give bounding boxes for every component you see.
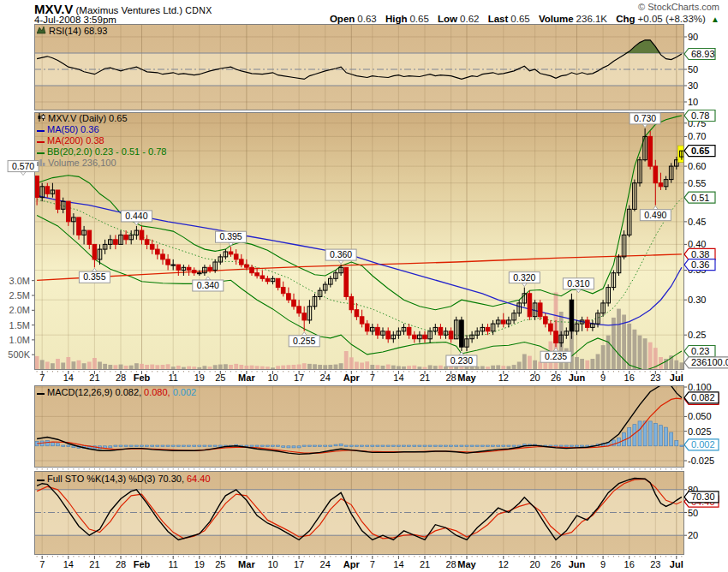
svg-text:10: 10 [688, 97, 698, 107]
svg-text:12: 12 [498, 559, 509, 569]
svg-text:1.5M: 1.5M [9, 320, 30, 331]
svg-text:24: 24 [320, 559, 331, 569]
svg-text:11: 11 [168, 559, 177, 569]
svg-text:12: 12 [498, 372, 509, 383]
svg-text:19: 19 [194, 372, 205, 383]
svg-text:14: 14 [393, 372, 403, 383]
svg-text:0.45: 0.45 [688, 217, 706, 227]
price-legend: MXV.V (Daily) 0.65 MA(50) 0.36 MA(200) 0… [37, 113, 166, 169]
svg-text:10: 10 [267, 372, 277, 383]
svg-text:0.310: 0.310 [567, 278, 589, 289]
svg-text:9: 9 [600, 372, 606, 383]
svg-text:0.55: 0.55 [688, 178, 706, 188]
svg-text:7: 7 [370, 372, 375, 383]
ma200-legend-label: MA(200) 0.38 [47, 135, 104, 146]
macd-line-sample-icon [37, 387, 45, 398]
chart-canvas: 7142128Feb111925Mar101724Apr7142128May12… [0, 0, 728, 572]
macd-legend-label: MACD(12,26,9) 0.082, [47, 387, 141, 398]
volume-bars-icon [37, 158, 45, 169]
svg-text:68.93: 68.93 [691, 49, 715, 59]
svg-text:0.255: 0.255 [293, 336, 315, 346]
svg-text:0.25: 0.25 [688, 330, 706, 340]
svg-text:0.355: 0.355 [83, 271, 105, 282]
svg-text:Apr: Apr [343, 559, 361, 569]
svg-text:Feb: Feb [134, 372, 151, 383]
svg-text:0.320: 0.320 [513, 272, 535, 283]
svg-text:0.36: 0.36 [691, 259, 709, 270]
svg-text:19: 19 [194, 559, 205, 569]
svg-text:26: 26 [551, 559, 561, 569]
svg-text:0.490: 0.490 [644, 210, 666, 220]
svg-text:28: 28 [445, 372, 456, 383]
svg-text:0.78: 0.78 [691, 110, 709, 121]
svg-text:21: 21 [420, 372, 430, 383]
svg-text:Mar: Mar [238, 559, 255, 569]
svg-text:0.51: 0.51 [691, 193, 709, 203]
svg-text:2.5M: 2.5M [9, 290, 30, 301]
svg-text:0.002: 0.002 [691, 439, 715, 450]
svg-text:10: 10 [267, 559, 277, 569]
rsi-legend-label: RSI(14) 68.93 [49, 26, 107, 37]
svg-text:14: 14 [63, 372, 74, 383]
svg-text:21: 21 [89, 559, 99, 569]
svg-text:0.050: 0.050 [688, 411, 712, 421]
svg-text:0.70: 0.70 [688, 131, 706, 141]
svg-text:3.0M: 3.0M [9, 276, 30, 286]
svg-text:0.440: 0.440 [125, 211, 147, 221]
svg-text:Jun: Jun [569, 559, 586, 569]
svg-text:50: 50 [688, 64, 698, 74]
y-axis-value-boxes: 68.930.780.650.510.380.360.23236100.00.0… [684, 49, 728, 508]
ma50-legend-label: MA(50) 0.36 [47, 124, 99, 135]
ma200-line-sample-icon [37, 135, 45, 146]
svg-text:236100.0: 236100.0 [691, 357, 728, 367]
macd-legend: MACD(12,26,9) 0.082, 0.080, 0.002 [37, 387, 196, 398]
sto-d-value: 64.40 [187, 474, 211, 485]
svg-text:21: 21 [420, 559, 430, 569]
svg-text:May: May [457, 559, 476, 569]
svg-text:21: 21 [89, 372, 99, 383]
svg-text:9: 9 [600, 559, 606, 569]
svg-text:23: 23 [650, 559, 660, 569]
bollinger-legend-label: BB(20,2.0) 0.23 - 0.51 - 0.78 [47, 146, 166, 158]
svg-text:Jul: Jul [670, 372, 683, 383]
svg-text:May: May [457, 372, 476, 383]
svg-text:23: 23 [650, 372, 660, 383]
svg-text:0.235: 0.235 [545, 351, 567, 361]
svg-text:70.30: 70.30 [691, 492, 715, 502]
svg-text:Feb: Feb [134, 559, 151, 569]
svg-text:0.340: 0.340 [197, 280, 219, 290]
ma50-line-sample-icon [37, 124, 45, 135]
macd-hist-value: 0.002 [173, 387, 197, 398]
svg-text:16: 16 [624, 372, 635, 383]
svg-text:0.395: 0.395 [219, 231, 242, 241]
volume-legend-label: Volume 236,100 [48, 158, 116, 169]
rsi-legend: RSI(14) 68.93 [37, 26, 107, 37]
svg-text:20: 20 [529, 559, 540, 569]
sto-legend-label: Full STO %K(14,3) %D(3) 70.30, [47, 474, 184, 485]
svg-text:26: 26 [551, 372, 561, 383]
svg-text:7: 7 [39, 372, 45, 383]
svg-text:1.0M: 1.0M [9, 335, 30, 345]
rsi-indicator-icon [37, 26, 46, 37]
svg-text:0.38: 0.38 [691, 249, 709, 259]
svg-text:24: 24 [320, 372, 331, 383]
svg-text:0.730: 0.730 [634, 113, 656, 123]
svg-text:30: 30 [688, 80, 698, 91]
symbol-legend-label: MXV.V (Daily) 0.65 [48, 113, 128, 124]
svg-text:Mar: Mar [238, 372, 255, 383]
svg-text:7: 7 [39, 559, 45, 569]
svg-text:0.100: 0.100 [688, 382, 712, 392]
svg-text:2.0M: 2.0M [9, 305, 30, 315]
svg-text:0.65: 0.65 [691, 146, 709, 156]
svg-text:28: 28 [116, 372, 126, 383]
svg-text:17: 17 [294, 372, 304, 383]
svg-text:16: 16 [624, 559, 635, 569]
svg-text:20: 20 [688, 530, 698, 540]
svg-text:Jun: Jun [569, 372, 586, 383]
svg-text:14: 14 [63, 559, 74, 569]
svg-text:11: 11 [168, 372, 177, 383]
stockcharts-chart: MXV.V (Maximus Ventures Ltd.) CDNX 4-Jul… [0, 0, 728, 572]
sto-line-sample-icon [37, 474, 45, 485]
svg-text:-0.025: -0.025 [688, 456, 714, 466]
svg-text:0.570: 0.570 [12, 161, 34, 171]
